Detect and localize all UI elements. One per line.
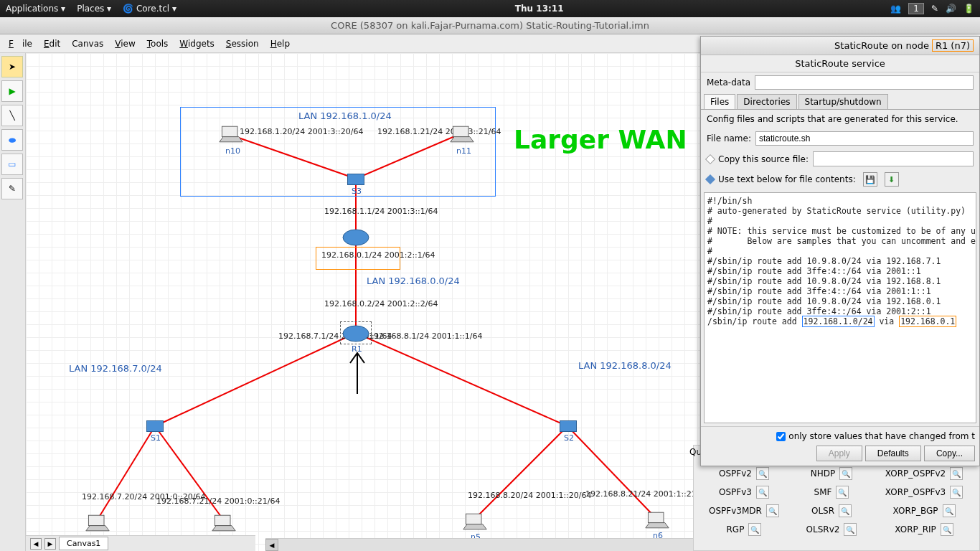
svc-xorp-rip[interactable]: XORP_RIP bbox=[895, 524, 936, 534]
router-tool[interactable]: ⬬ bbox=[1, 129, 23, 151]
defaults-button[interactable]: Defaults bbox=[865, 446, 921, 461]
download-icon[interactable]: ⬇ bbox=[885, 172, 899, 187]
ip-n5: 192.168.8.20/24 2001:1::20/64 bbox=[468, 491, 592, 500]
svc-icon[interactable]: 🔍 bbox=[839, 504, 852, 517]
menu-canvas[interactable]: Canvas bbox=[67, 37, 108, 51]
workspace-indicator[interactable]: 1 bbox=[908, 3, 924, 14]
start-tool[interactable]: ▶ bbox=[1, 80, 23, 102]
tab-startup[interactable]: Startup/shutdown bbox=[798, 94, 888, 109]
ip-n10: 192.168.1.20/24 2001:3::20/64 bbox=[240, 127, 364, 136]
svc-icon[interactable]: 🔍 bbox=[748, 523, 761, 536]
router-icon[interactable] bbox=[341, 228, 370, 247]
link-tool[interactable]: ╲ bbox=[1, 105, 23, 126]
tab-directories[interactable]: Directories bbox=[737, 94, 796, 109]
copy-button[interactable]: Copy... bbox=[924, 446, 975, 461]
menu-session[interactable]: Session bbox=[222, 37, 263, 51]
switch-tool[interactable]: ▭ bbox=[1, 154, 23, 175]
tab-next[interactable]: ▶ bbox=[44, 538, 56, 550]
script-editor[interactable]: #!/bin/sh # auto-generated by StaticRout… bbox=[704, 192, 976, 423]
use-text-label: Use text below for file contents: bbox=[718, 174, 856, 184]
annotate-tool[interactable]: ✎ bbox=[1, 178, 23, 199]
save-icon[interactable]: 💾 bbox=[863, 172, 877, 187]
menu-view[interactable]: View bbox=[110, 37, 139, 51]
radio-copy-source[interactable] bbox=[705, 154, 715, 164]
window-titlebar[interactable]: CORE (58307 on kali.Fajar-Purnama.com) S… bbox=[0, 17, 980, 34]
clock[interactable]: Thu 13:11 bbox=[188, 4, 890, 14]
copy-source-input[interactable] bbox=[813, 151, 974, 166]
applications-menu[interactable]: Applications ▾ bbox=[6, 4, 65, 14]
svg-marker-22 bbox=[463, 524, 486, 529]
menu-help[interactable]: Help bbox=[266, 37, 294, 51]
ip-n2: 192.168.7.21/24 2001:0::21/64 bbox=[156, 496, 281, 506]
only-store-changed-checkbox[interactable] bbox=[776, 432, 786, 441]
svc-icon[interactable]: 🔍 bbox=[950, 486, 963, 499]
svc-xorp-ospfv3[interactable]: XORP_OSPFv3 bbox=[885, 487, 946, 497]
router-icon[interactable] bbox=[341, 324, 370, 343]
volume-icon[interactable]: 🔊 bbox=[946, 4, 956, 14]
select-tool[interactable]: ➤ bbox=[1, 56, 23, 77]
svc-xorp-bgp[interactable]: XORP_BGP bbox=[893, 506, 938, 516]
svc-icon[interactable]: 🔍 bbox=[756, 467, 769, 480]
svc-icon[interactable]: 🔍 bbox=[756, 486, 769, 499]
svg-rect-19 bbox=[215, 515, 230, 525]
ip-r-midbot: 192.168.0.2/24 2001:2::2/64 bbox=[324, 299, 438, 309]
svc-ospfv2[interactable]: OSPFv2 bbox=[719, 468, 752, 479]
svc-smf[interactable]: SMF bbox=[814, 487, 832, 497]
node-label-n11: n11 bbox=[456, 146, 471, 156]
copy-source-label: Copy this source file: bbox=[718, 154, 809, 164]
lan8-label: LAN 192.168.8.0/24 bbox=[578, 360, 672, 371]
dialog-node: R1 (n7) bbox=[932, 39, 974, 52]
menu-edit[interactable]: Edit bbox=[39, 37, 65, 51]
tab-prev[interactable]: ◀ bbox=[30, 538, 42, 550]
svg-line-5 bbox=[356, 333, 567, 426]
menu-file[interactable]: File bbox=[4, 37, 37, 51]
svc-ospfv3[interactable]: OSPFv3 bbox=[719, 487, 752, 497]
svg-line-9 bbox=[567, 426, 657, 519]
laptop-icon[interactable] bbox=[211, 514, 237, 532]
laptop-icon[interactable] bbox=[218, 125, 244, 143]
svc-ospfv3mdr[interactable]: OSPFv3MDR bbox=[709, 506, 762, 516]
svc-xorp-ospfv2[interactable]: XORP_OSPFv2 bbox=[885, 468, 946, 479]
app-menu[interactable]: 🌀 Core.tcl ▾ bbox=[123, 4, 176, 14]
switch-icon[interactable] bbox=[560, 420, 577, 432]
node-label-n10: n10 bbox=[225, 146, 240, 156]
switch-icon[interactable] bbox=[347, 174, 364, 185]
svg-point-15 bbox=[343, 230, 369, 245]
switch-icon[interactable] bbox=[146, 420, 164, 432]
tab-canvas1[interactable]: Canvas1 bbox=[59, 537, 108, 550]
battery-icon[interactable]: 🔋 bbox=[963, 4, 974, 14]
svg-marker-18 bbox=[86, 526, 109, 531]
radio-use-text[interactable] bbox=[705, 174, 715, 184]
laptop-icon[interactable] bbox=[449, 125, 475, 143]
svc-icon[interactable]: 🔍 bbox=[844, 523, 857, 536]
laptop-icon[interactable] bbox=[644, 511, 670, 529]
menu-widgets[interactable]: Widgets bbox=[175, 37, 219, 51]
svc-rgp[interactable]: RGP bbox=[727, 524, 745, 534]
tab-files[interactable]: Files bbox=[704, 94, 735, 109]
svc-icon[interactable]: 🔍 bbox=[943, 504, 956, 517]
svc-nhdp[interactable]: NHDP bbox=[811, 468, 835, 479]
svc-icon[interactable]: 🔍 bbox=[836, 486, 849, 499]
menu-tools[interactable]: Tools bbox=[143, 37, 173, 51]
lan1-label: LAN 192.168.1.0/24 bbox=[298, 110, 392, 121]
config-info: Config files and scripts that are genera… bbox=[701, 110, 979, 128]
filename-input[interactable] bbox=[755, 131, 974, 146]
ip-n6: 192.168.8.21/24 2001:1::21/64 bbox=[585, 489, 710, 499]
svg-rect-13 bbox=[453, 126, 468, 136]
wan-label: Larger WAN bbox=[514, 125, 687, 154]
metadata-input[interactable] bbox=[755, 75, 974, 90]
laptop-icon[interactable] bbox=[462, 512, 488, 531]
svc-olsr[interactable]: OLSR bbox=[811, 506, 834, 516]
svg-line-4 bbox=[155, 333, 356, 426]
svc-icon[interactable]: 🔍 bbox=[839, 467, 852, 480]
pen-icon[interactable]: ✎ bbox=[931, 4, 938, 14]
apply-button[interactable]: Apply bbox=[816, 446, 862, 461]
places-menu[interactable]: Places ▾ bbox=[77, 4, 111, 14]
svc-icon[interactable]: 🔍 bbox=[766, 504, 779, 517]
users-icon[interactable]: 👥 bbox=[890, 4, 901, 14]
svc-icon[interactable]: 🔍 bbox=[950, 467, 963, 480]
dialog-title: StaticRoute on node bbox=[834, 40, 929, 51]
svc-icon[interactable]: 🔍 bbox=[941, 523, 953, 536]
laptop-icon[interactable] bbox=[85, 514, 110, 532]
svc-olsrv2[interactable]: OLSRv2 bbox=[806, 524, 840, 534]
